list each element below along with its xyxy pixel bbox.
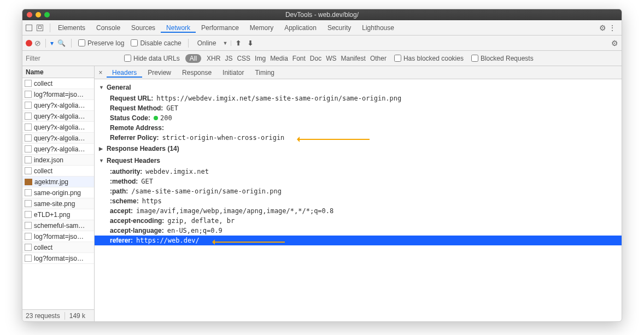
divider (50, 23, 50, 32)
detail-tab-initiator[interactable]: Initiator (217, 69, 249, 77)
header-key: :path: (110, 187, 128, 195)
close-details-button[interactable]: × (95, 69, 107, 77)
blocked-requests-input[interactable] (471, 55, 478, 62)
tab-performance[interactable]: Performance (196, 24, 244, 32)
filter-type-font[interactable]: Font (290, 55, 308, 62)
request-row[interactable]: log?format=jso… (22, 253, 94, 264)
general-section-toggle[interactable]: ▼ General (95, 81, 622, 93)
filter-input[interactable] (26, 52, 119, 64)
header-row: :path:/same-site-same-origin/same-origin… (95, 186, 622, 196)
request-row[interactable]: same-site.png (22, 198, 94, 209)
filter-type-ws[interactable]: WS (324, 55, 338, 62)
filter-toggle-button[interactable]: ▾ (50, 39, 54, 47)
traffic-lights[interactable] (27, 12, 50, 17)
header-value: gzip, deflate, br (167, 217, 235, 225)
filter-type-other[interactable]: Other (368, 55, 389, 62)
preserve-log-input[interactable] (78, 39, 85, 46)
preserve-log-checkbox[interactable]: Preserve log (76, 39, 126, 47)
tab-elements[interactable]: Elements (52, 24, 91, 32)
request-row[interactable]: query?x-algolia… (22, 100, 94, 111)
has-blocked-cookies-checkbox[interactable]: Has blocked cookies (392, 55, 466, 62)
filter-type-all[interactable]: All (185, 54, 201, 63)
request-row-label: collect (34, 167, 52, 175)
request-row[interactable]: eTLD+1.png (22, 209, 94, 220)
request-row[interactable]: collect (22, 242, 94, 253)
upload-har-button[interactable]: ⬆ (233, 39, 243, 47)
request-row[interactable]: log?format=jso… (22, 231, 94, 242)
request-row[interactable]: index.json (22, 155, 94, 166)
window-title: DevTools - web.dev/blog/ (27, 11, 617, 19)
request-row[interactable]: collect (22, 78, 94, 89)
request-row[interactable]: query?x-algolia… (22, 122, 94, 133)
file-icon (25, 113, 32, 120)
tri-down-icon: ▼ (99, 85, 104, 90)
maximize-window-icon[interactable] (44, 12, 50, 17)
tab-memory[interactable]: Memory (244, 24, 279, 32)
disable-cache-input[interactable] (131, 39, 138, 46)
request-row[interactable]: schemeful-sam… (22, 220, 94, 231)
request-method-value: GET (166, 104, 178, 112)
request-row-label: index.json (34, 156, 63, 164)
record-button[interactable] (26, 40, 32, 46)
file-icon (25, 156, 32, 163)
header-row: :method:GET (95, 177, 622, 186)
inspect-element-button[interactable] (26, 25, 32, 31)
hide-data-urls-input[interactable] (124, 55, 131, 62)
network-settings-button[interactable]: ⚙ (611, 39, 618, 48)
settings-button[interactable]: ⚙ (599, 23, 606, 32)
close-window-icon[interactable] (27, 12, 32, 17)
request-row[interactable]: log?format=jso… (22, 89, 94, 100)
clear-button[interactable]: ⊘ (34, 39, 41, 48)
blocked-requests-checkbox[interactable]: Blocked Requests (469, 55, 536, 62)
status-code-value: 200 (154, 114, 172, 122)
request-row[interactable]: agektmr.jpg (22, 177, 94, 187)
filter-type-media[interactable]: Media (268, 55, 290, 62)
more-menu-button[interactable]: ⋮ (606, 23, 618, 32)
detail-tab-preview[interactable]: Preview (142, 69, 177, 77)
detail-tab-response[interactable]: Response (177, 69, 217, 77)
file-icon (25, 255, 32, 262)
chevron-down-icon[interactable]: ▼ (223, 40, 231, 46)
download-har-button[interactable]: ⬇ (245, 39, 255, 47)
tab-security[interactable]: Security (322, 24, 356, 32)
request-row[interactable]: query?x-algolia… (22, 133, 94, 144)
detail-tab-headers[interactable]: Headers (107, 69, 142, 78)
transfer-size: 149 k (69, 312, 85, 320)
filter-type-css[interactable]: CSS (235, 55, 253, 62)
tri-down-icon: ▼ (99, 158, 104, 163)
device-toggle-button[interactable] (37, 25, 43, 31)
filter-type-xhr[interactable]: XHR (204, 55, 223, 62)
filter-type-doc[interactable]: Doc (308, 55, 324, 62)
minimize-window-icon[interactable] (36, 12, 41, 17)
hide-data-urls-checkbox[interactable]: Hide data URLs (122, 55, 182, 62)
header-value: webdev.imgix.net (145, 168, 209, 175)
request-headers-toggle[interactable]: ▼ Request Headers (95, 155, 622, 167)
search-button[interactable]: 🔍 (56, 39, 67, 47)
status-dot-icon (154, 116, 158, 120)
response-headers-toggle[interactable]: ▶ Response Headers (14) (95, 143, 622, 155)
file-icon (25, 200, 32, 207)
request-row-label: schemeful-sam… (34, 222, 85, 230)
filter-type-js[interactable]: JS (223, 55, 235, 62)
request-row[interactable]: query?x-algolia… (22, 144, 94, 155)
has-blocked-cookies-input[interactable] (394, 55, 401, 62)
request-list-header[interactable]: Name (22, 66, 94, 78)
header-value: /same-site-same-origin/same-origin.png (131, 187, 282, 195)
select-element-icon (26, 25, 32, 31)
filter-type-img[interactable]: Img (253, 55, 268, 62)
tab-sources[interactable]: Sources (126, 24, 161, 32)
disable-cache-checkbox[interactable]: Disable cache (128, 39, 183, 47)
request-row[interactable]: query?x-algolia… (22, 111, 94, 122)
tab-console[interactable]: Console (91, 24, 126, 32)
tab-lighthouse[interactable]: Lighthouse (356, 24, 400, 32)
response-headers-title: Response Headers (14) (107, 145, 179, 152)
filter-bar: Hide data URLs All XHRJSCSSImgMediaFontD… (22, 51, 622, 66)
request-row[interactable]: same-origin.png (22, 187, 94, 198)
tab-network[interactable]: Network (161, 24, 196, 33)
detail-tab-timing[interactable]: Timing (249, 69, 280, 77)
filter-type-manifest[interactable]: Manifest (339, 55, 368, 62)
throttling-select[interactable]: Online (193, 39, 221, 47)
header-row: :scheme:https (95, 196, 622, 206)
tab-application[interactable]: Application (279, 24, 322, 32)
request-row[interactable]: collect (22, 166, 94, 177)
